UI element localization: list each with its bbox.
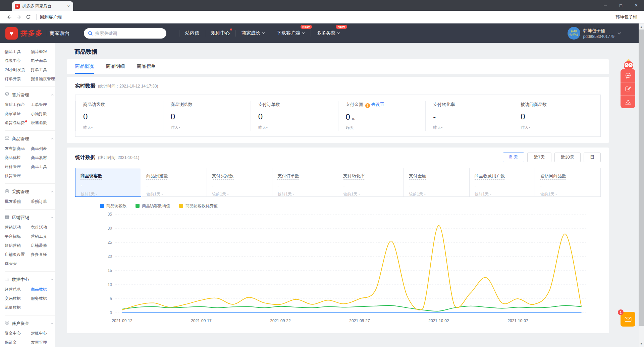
sidebar-section-header[interactable]: 店铺营销 — [5, 212, 55, 223]
sidebar-link[interactable]: 采购订单 — [31, 197, 55, 206]
metric-label[interactable]: 支付订单数 — [258, 102, 280, 108]
search-box[interactable] — [84, 28, 166, 39]
metric-label[interactable]: 支付转化率 — [433, 102, 455, 108]
sidebar-link[interactable]: 店铺装修 — [31, 241, 55, 250]
stats-title: 统计数据 — [75, 154, 95, 161]
date-range-button[interactable]: 日 — [584, 153, 601, 162]
stat-metric-card[interactable]: 支付买家数 - 较前1天 - — [207, 168, 273, 197]
window-close-button[interactable]: × — [629, 0, 644, 11]
sidebar-section-header[interactable]: 账户资金 — [5, 318, 55, 329]
chevron-up-icon — [51, 323, 54, 325]
sidebar-link[interactable]: 极速退款 — [31, 118, 55, 127]
tab-close-icon[interactable]: × — [66, 4, 70, 9]
date-range-button[interactable]: 近7天 — [527, 153, 551, 162]
page-tab[interactable]: 商品概况 — [75, 59, 94, 74]
scroll-down-icon[interactable]: ▼ — [639, 341, 644, 346]
browser-tab[interactable]: ♥ 拼多多 商家后台 × — [12, 1, 73, 11]
sidebar-link[interactable]: 短信营销 — [5, 241, 31, 250]
sidebar-link[interactable]: 订单开票 — [5, 74, 31, 83]
page-tab[interactable]: 商品榜单 — [137, 59, 156, 74]
metric-label[interactable]: 被访问商品数 — [521, 102, 547, 108]
sidebar-link[interactable]: 服务数据 — [31, 294, 55, 303]
sidebar-section-header[interactable]: 采购管理 — [5, 186, 55, 197]
sidebar-link[interactable]: 物流概况 — [31, 47, 55, 56]
sidebar-section-header[interactable]: 商品管理 — [5, 133, 55, 144]
sidebar-link[interactable]: 评价管理 — [5, 162, 31, 171]
legend-item[interactable]: 商品访客数优秀值 — [179, 203, 218, 209]
stat-metric-card[interactable]: 支付金额 - 较前1天 - — [404, 168, 470, 197]
sidebar-section-header[interactable]: 售后管理 — [5, 89, 55, 100]
stat-metric-card[interactable]: 被访问商品数 - 较前1天 - — [535, 168, 601, 197]
user-menu[interactable]: 韩坤 包子铺 韩坤包子铺 pdd98583401779 — [568, 27, 621, 40]
back-icon[interactable] — [5, 12, 14, 22]
sidebar-link[interactable]: 商品工具 — [31, 162, 55, 171]
sidebar-link[interactable]: 群买买 — [5, 259, 31, 268]
sidebar-link[interactable]: 发布新商品 — [5, 144, 31, 153]
header-nav-item[interactable]: 规则中心 — [205, 30, 235, 37]
edit-icon[interactable] — [621, 82, 635, 95]
header-nav-item[interactable]: 站内信 — [179, 30, 205, 37]
sidebar-link[interactable]: 交易数据 — [5, 294, 31, 303]
sidebar-link[interactable]: 流量数据 — [5, 303, 31, 312]
sidebar-link[interactable]: 营销活动 — [5, 223, 31, 232]
sidebar-link[interactable]: 商品列表 — [31, 144, 55, 153]
stat-metric-card[interactable]: 商品收藏用户数 - 较前1天 - — [470, 168, 535, 197]
sidebar-link[interactable]: 店铺页设置 — [5, 250, 31, 259]
sidebar-link[interactable]: 包裹中心 — [5, 56, 31, 65]
header-nav-item[interactable]: 商家成长 — [235, 30, 271, 37]
sidebar-link[interactable]: 竞价活动 — [31, 223, 55, 232]
window-maximize-button[interactable]: □ — [613, 0, 629, 11]
sidebar-link[interactable]: 商品数据 — [31, 285, 55, 294]
sidebar-link[interactable]: 工单管理 — [31, 100, 55, 109]
stat-metric-card[interactable]: 商品访客数 - 较前1天 - — [75, 168, 141, 197]
forward-icon[interactable] — [14, 12, 23, 22]
warning-icon[interactable] — [621, 95, 635, 108]
stat-metric-card[interactable]: 支付订单数 - 较前1天 - — [272, 168, 338, 197]
legend-item[interactable]: 商品访客数 — [100, 203, 126, 209]
metric-label[interactable]: 商品访客数 — [83, 102, 105, 108]
sidebar-section-header[interactable]: 数据中心 — [5, 274, 55, 285]
sidebar-link[interactable]: 报备额度管理 — [31, 74, 55, 83]
sidebar-link[interactable]: 售后工作台 — [5, 100, 31, 109]
date-range-button[interactable]: 昨天 — [503, 153, 524, 162]
go-setup-link[interactable]: 去设置 — [371, 102, 384, 107]
header-nav-item[interactable]: 多多买菜 NEW — [311, 30, 346, 37]
sidebar-link[interactable]: 物流工具 — [5, 47, 31, 56]
metric-label[interactable]: 商品浏览数 — [171, 102, 193, 108]
scrollbar-thumb[interactable] — [639, 30, 644, 326]
sidebar-link[interactable]: 营销工具 — [31, 232, 55, 241]
sidebar-link[interactable]: 经营总览 — [5, 285, 31, 294]
sidebar-link[interactable]: 对账中心 — [31, 329, 55, 338]
sidebar-link[interactable]: 打单工具 — [31, 65, 55, 74]
sidebar-link[interactable]: 商品体检 — [5, 153, 31, 162]
stat-metric-card[interactable]: 支付转化率 - 较前1天 - — [338, 168, 404, 197]
mail-button[interactable]: 1 — [621, 312, 635, 327]
metric-label[interactable]: 支付金额 — [346, 102, 363, 108]
sidebar-link[interactable]: 平台招标 — [5, 232, 31, 241]
stat-metric-card[interactable]: 商品浏览量 - 较前1天 - — [141, 168, 207, 197]
warning-info-icon[interactable]: ! — [365, 103, 370, 108]
chat-bubble-icon[interactable] — [621, 69, 635, 82]
sidebar-link[interactable]: 资金中心 — [5, 329, 31, 338]
sidebar-link[interactable]: 小额打款 — [31, 109, 55, 118]
sidebar-link[interactable]: 退货包运费 — [5, 118, 31, 127]
sidebar-link[interactable]: 批发采购 — [5, 197, 31, 206]
sidebar-link[interactable]: 商品素材 — [31, 153, 55, 162]
back-to-client-button[interactable]: 回到客户端 — [40, 14, 62, 20]
sidebar-link[interactable]: 供货管理 — [5, 171, 31, 180]
date-range-button[interactable]: 近30天 — [554, 153, 581, 162]
sidebar-link[interactable]: 保证金 — [5, 338, 31, 347]
sidebar-link[interactable]: 发票管理 — [31, 338, 55, 347]
search-input[interactable] — [95, 31, 162, 36]
sidebar-link[interactable]: 多多直播 — [31, 250, 55, 259]
reload-icon[interactable] — [23, 12, 33, 22]
header-nav-item[interactable]: 下载客户端 NEW — [271, 30, 311, 37]
sidebar-link[interactable]: 24小时发货 — [5, 65, 31, 74]
window-minimize-button[interactable]: ─ — [598, 0, 613, 11]
pinduoduo-logo-icon[interactable]: ♥ — [5, 27, 18, 40]
scroll-up-icon[interactable]: ▲ — [639, 24, 644, 30]
page-tab[interactable]: 商品明细 — [106, 59, 125, 74]
legend-item[interactable]: 商品访客数均值 — [136, 203, 170, 209]
sidebar-link[interactable]: 电子面单 — [31, 56, 55, 65]
sidebar-link[interactable]: 商家举证 — [5, 109, 31, 118]
